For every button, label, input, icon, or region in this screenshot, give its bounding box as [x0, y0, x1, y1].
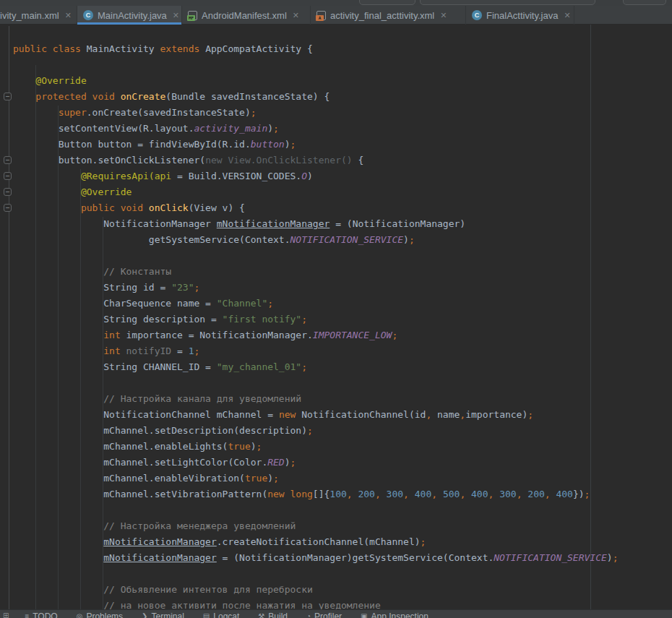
tool-window-button-todo[interactable]: ≡TODO	[25, 610, 57, 618]
tab-label: AndroidManifest.xml	[202, 10, 287, 21]
code-editor[interactable]: public class MainActivity extends AppCom…	[0, 25, 672, 609]
profiler-icon: ◔	[306, 612, 311, 618]
tool-window-label: Build	[268, 611, 288, 618]
code-line[interactable]: // Константы	[13, 264, 619, 280]
code-line[interactable]: setContentView(R.layout.activity_main);	[13, 121, 619, 137]
code-line[interactable]	[13, 502, 619, 518]
tool-window-label: Profiler	[314, 611, 342, 618]
close-icon[interactable]: ✕	[564, 11, 570, 20]
code-line[interactable]: NotificationManager mNotificationManager…	[13, 216, 619, 232]
build-icon: ⚒	[258, 612, 264, 618]
code-line[interactable]: String description = "first notify";	[13, 312, 619, 327]
code-line[interactable]: mChannel.enableVibration(true);	[13, 471, 619, 486]
run-config-group[interactable]	[359, 0, 415, 5]
code-line[interactable]: Button button = findViewById(R.id.button…	[13, 137, 619, 153]
tool-window-label: Logcat	[213, 611, 239, 618]
code-line[interactable]: String id = "23";	[13, 280, 619, 296]
code-line[interactable]: @Override	[13, 73, 619, 89]
close-icon[interactable]: ✕	[65, 11, 72, 20]
code-line[interactable]	[13, 248, 619, 264]
tool-window-button-profiler[interactable]: ◔Profiler	[306, 610, 342, 618]
tool-window-bar: ⊞ ≡TODO◎Problems❯Terminal▤Logcat⚒Build◔P…	[0, 609, 672, 618]
code-line[interactable]	[13, 566, 619, 582]
toolbar-extra-group[interactable]	[623, 0, 666, 5]
fold-marker[interactable]: –	[4, 188, 12, 196]
problems-icon: ◎	[77, 612, 83, 618]
main-toolbar-strip	[0, 0, 672, 6]
tab-androidmanifest-xml[interactable]: MFAndroidManifest.xml✕	[182, 6, 311, 25]
code-line[interactable]: // Настройка канала для уведомлений	[13, 391, 619, 407]
tab-mainactivity-java[interactable]: CMainActivity.java✕	[77, 6, 182, 25]
tab-label: FinalActtivity.java	[486, 10, 558, 21]
java-class-icon: C	[472, 10, 482, 20]
xml-file-icon: A	[316, 11, 326, 20]
code-line[interactable]: int importance = NotificationManager.IMP…	[13, 327, 619, 343]
tab-finalacttivity-java[interactable]: CFinalActtivity.java✕	[466, 6, 574, 25]
code-line[interactable]: // на новое активити после нажатия на ув…	[13, 598, 619, 609]
app-inspection-icon: ▣	[361, 612, 367, 618]
fold-marker[interactable]: –	[4, 93, 12, 100]
code-line[interactable]: mNotificationManager = (NotificationMana…	[13, 550, 619, 566]
tool-window-label: Terminal	[152, 611, 184, 618]
tab-label: MainActivity.java	[98, 10, 167, 21]
code-line[interactable]: mNotificationManager.createNotificationC…	[13, 534, 619, 550]
code-line[interactable]: @RequiresApi(api = Build.VERSION_CODES.O…	[13, 168, 619, 184]
manifest-file-icon: MF	[188, 11, 197, 20]
code-line[interactable]: button.setOnClickListener(new View.OnCli…	[13, 153, 619, 168]
tool-window-button-problems[interactable]: ◎Problems	[77, 610, 123, 618]
tool-window-button-terminal[interactable]: ❯Terminal	[142, 610, 184, 618]
tool-window-button-app-inspection[interactable]: ▣App Inspection	[361, 610, 428, 618]
fold-marker[interactable]: –	[4, 156, 12, 164]
tab-label: activity_final_acttivity.xml	[330, 10, 434, 21]
code-line[interactable]: @Override	[13, 184, 619, 200]
tab-activity-final-acttivity-xml[interactable]: Aactivity_final_acttivity.xml✕	[311, 6, 466, 25]
code-line[interactable]: mChannel.setLightColor(Color.RED);	[13, 455, 619, 471]
code-line[interactable]: // Настройка менеджера уведомлений	[13, 518, 619, 534]
tab-label: ivity_main.xml	[0, 10, 59, 21]
code-line[interactable]: // Обьявление интентов для переброски	[13, 582, 619, 598]
java-class-icon: C	[83, 10, 93, 20]
code-line[interactable]	[13, 57, 619, 73]
window-corner-icon[interactable]: ⊞	[3, 610, 9, 618]
close-icon[interactable]: ✕	[440, 11, 447, 20]
tab-ivity-main-xml[interactable]: ivity_main.xml✕	[0, 6, 77, 25]
tool-window-label: App Inspection	[371, 611, 428, 618]
device-run-group[interactable]	[420, 0, 595, 5]
code-line[interactable]: getSystemService(Context.NOTIFICATION_SE…	[13, 232, 619, 248]
code-line[interactable]: super.onCreate(savedInstanceState);	[13, 105, 619, 121]
todo-icon: ≡	[25, 612, 29, 618]
editor-tab-bar: ivity_main.xml✕CMainActivity.java✕MFAndr…	[0, 6, 672, 25]
close-icon[interactable]: ✕	[293, 11, 299, 20]
code-line[interactable]	[13, 375, 619, 391]
code-line[interactable]: mChannel.setDescription(description);	[13, 423, 619, 439]
logcat-icon: ▤	[203, 612, 210, 618]
gutter-fold-line	[9, 26, 9, 609]
fold-marker[interactable]: –	[4, 172, 12, 180]
terminal-icon: ❯	[142, 612, 147, 618]
tool-window-label: Problems	[86, 611, 123, 618]
code-line[interactable]: CharSequence name = "Channel";	[13, 296, 619, 312]
close-icon[interactable]: ✕	[173, 11, 179, 20]
code-line[interactable]: NotificationChannel mChannel = new Notif…	[13, 407, 619, 423]
code-line[interactable]: public class MainActivity extends AppCom…	[13, 41, 619, 57]
code-line[interactable]: public void onClick(View v) {	[13, 200, 619, 216]
fold-marker[interactable]: –	[4, 204, 12, 212]
code-line[interactable]: String CHANNEL_ID = "my_channel_01";	[13, 359, 619, 375]
code-line[interactable]: mChannel.setVibrationPattern(new long[]{…	[13, 486, 619, 502]
tool-window-button-build[interactable]: ⚒Build	[258, 610, 288, 618]
code-line[interactable]: int notifyID = 1;	[13, 343, 619, 359]
code-line[interactable]: mChannel.enableLights(true);	[13, 439, 619, 455]
tool-window-label: TODO	[33, 611, 57, 618]
code-block[interactable]: public class MainActivity extends AppCom…	[13, 41, 619, 609]
tool-window-button-logcat[interactable]: ▤Logcat	[203, 610, 239, 618]
code-line[interactable]: protected void onCreate(Bundle savedInst…	[13, 89, 619, 105]
